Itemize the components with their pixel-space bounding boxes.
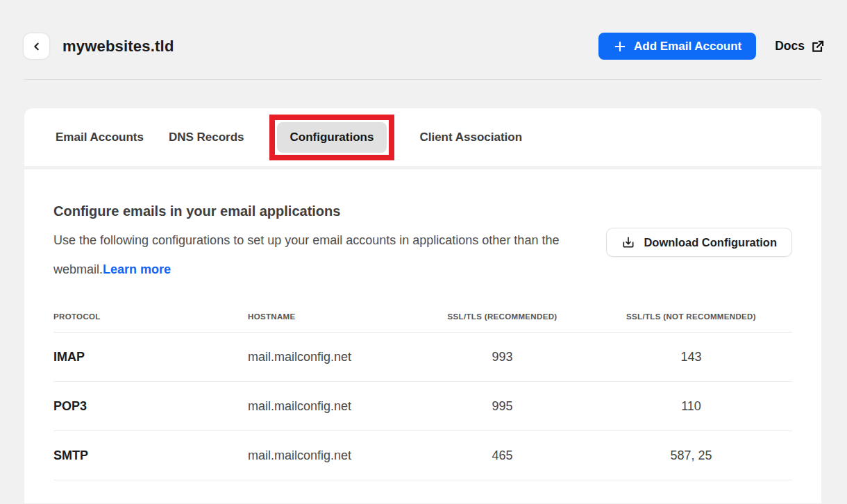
tab-bar: Email Accounts DNS Records Configuration… bbox=[24, 108, 821, 166]
add-email-account-button[interactable]: Add Email Account bbox=[598, 33, 756, 60]
cell-hostname: mail.mailconfig.net bbox=[248, 350, 414, 364]
tab-configurations[interactable]: Configurations bbox=[277, 122, 387, 153]
cell-ssl-not-recommended: 110 bbox=[590, 399, 792, 414]
download-configuration-button[interactable]: Download Configuration bbox=[606, 228, 792, 257]
intro-section: Configure emails in your email applicati… bbox=[53, 203, 792, 284]
table-row-imap: IMAP mail.mailconfig.net 993 143 bbox=[53, 333, 792, 382]
page: mywebsites.tld Add Email Account Docs Em… bbox=[0, 0, 847, 504]
tab-client-association[interactable]: Client Association bbox=[419, 131, 522, 144]
cell-ssl-recommended: 995 bbox=[414, 399, 590, 414]
cell-protocol: IMAP bbox=[53, 350, 248, 364]
intro-text-block: Configure emails in your email applicati… bbox=[53, 203, 560, 284]
tab-email-accounts[interactable]: Email Accounts bbox=[56, 131, 144, 144]
cell-ssl-recommended: 465 bbox=[414, 448, 590, 463]
cell-hostname: mail.mailconfig.net bbox=[248, 448, 414, 463]
table-row-smtp: SMTP mail.mailconfig.net 465 587, 25 bbox=[53, 431, 792, 480]
add-email-account-label: Add Email Account bbox=[634, 40, 741, 53]
plus-icon bbox=[613, 40, 627, 53]
section-description: Use the following configurations to set … bbox=[53, 226, 560, 284]
section-heading: Configure emails in your email applicati… bbox=[53, 203, 560, 219]
column-header-ssl-recommended: SSL/TLS (RECOMMENDED) bbox=[414, 312, 590, 321]
column-header-hostname: HOSTNAME bbox=[248, 312, 414, 321]
cell-ssl-recommended: 993 bbox=[414, 350, 590, 364]
page-header: mywebsites.tld Add Email Account Docs bbox=[0, 0, 847, 60]
docs-label: Docs bbox=[775, 39, 805, 53]
cell-protocol: SMTP bbox=[53, 448, 248, 463]
external-link-icon bbox=[811, 40, 825, 53]
docs-link[interactable]: Docs bbox=[775, 39, 825, 53]
configurations-panel: Configure emails in your email applicati… bbox=[24, 169, 821, 503]
configuration-table: PROTOCOL HOSTNAME SSL/TLS (RECOMMENDED) … bbox=[53, 301, 792, 480]
download-configuration-label: Download Configuration bbox=[644, 236, 777, 249]
table-header-row: PROTOCOL HOSTNAME SSL/TLS (RECOMMENDED) … bbox=[53, 301, 792, 333]
header-divider bbox=[24, 79, 821, 80]
download-icon bbox=[621, 235, 635, 249]
chevron-left-icon bbox=[31, 41, 42, 52]
tab-dns-records[interactable]: DNS Records bbox=[169, 131, 244, 144]
column-header-ssl-not-recommended: SSL/TLS (NOT RECOMMENDED) bbox=[590, 312, 792, 321]
annotation-highlight-box: Configurations bbox=[269, 115, 395, 160]
back-button[interactable] bbox=[24, 33, 49, 59]
cell-ssl-not-recommended: 143 bbox=[590, 350, 792, 364]
cell-ssl-not-recommended: 587, 25 bbox=[590, 448, 792, 463]
learn-more-link[interactable]: Learn more bbox=[103, 262, 171, 276]
cell-protocol: POP3 bbox=[53, 399, 248, 414]
page-title: mywebsites.tld bbox=[62, 37, 174, 56]
cell-hostname: mail.mailconfig.net bbox=[248, 399, 414, 414]
table-row-pop3: POP3 mail.mailconfig.net 995 110 bbox=[53, 382, 792, 431]
column-header-protocol: PROTOCOL bbox=[53, 312, 248, 321]
